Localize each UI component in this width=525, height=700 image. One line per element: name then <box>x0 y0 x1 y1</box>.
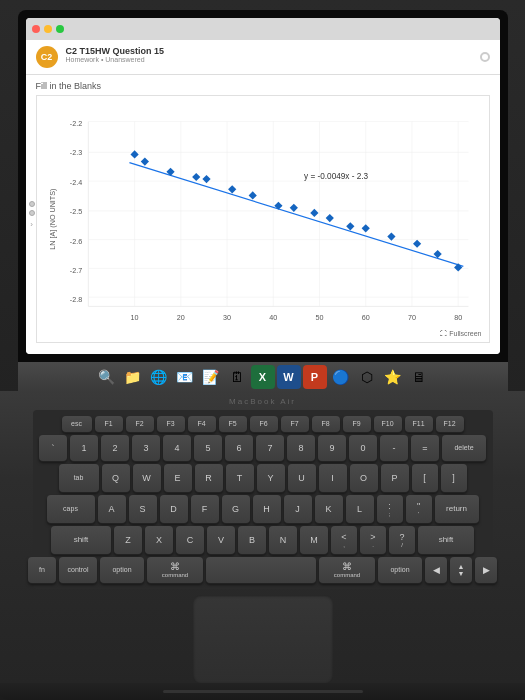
key-f7[interactable]: F7 <box>281 416 309 432</box>
key-g[interactable]: G <box>222 495 250 523</box>
fullscreen-button[interactable]: ⛶ Fullscreen <box>437 329 484 338</box>
dock-icon-finder[interactable]: 🔍 <box>95 365 119 389</box>
key-period[interactable]: >. <box>360 526 386 554</box>
key-m[interactable]: M <box>300 526 328 554</box>
key-p[interactable]: P <box>381 464 409 492</box>
key-h[interactable]: H <box>253 495 281 523</box>
key-3[interactable]: 3 <box>132 435 160 461</box>
dock-icon-chrome[interactable]: 🔵 <box>329 365 353 389</box>
key-semicolon[interactable]: :; <box>377 495 403 523</box>
key-f4[interactable]: F4 <box>188 416 216 432</box>
key-n[interactable]: N <box>269 526 297 554</box>
key-2[interactable]: 2 <box>101 435 129 461</box>
key-7[interactable]: 7 <box>256 435 284 461</box>
number-key-row: ` 1 2 3 4 5 6 7 8 9 0 - = delete <box>39 435 487 461</box>
key-right-arrow[interactable]: ▶ <box>475 557 497 583</box>
key-y[interactable]: Y <box>257 464 285 492</box>
key-5[interactable]: 5 <box>194 435 222 461</box>
key-s[interactable]: S <box>129 495 157 523</box>
main-content: › Fill in the Blanks LN [A] (NO UNITS) <box>26 75 500 354</box>
key-q[interactable]: Q <box>102 464 130 492</box>
key-f5[interactable]: F5 <box>219 416 247 432</box>
key-return[interactable]: return <box>435 495 479 523</box>
minimize-button-dot[interactable] <box>44 25 52 33</box>
dock-icon-powerpoint[interactable]: P <box>303 365 327 389</box>
key-u[interactable]: U <box>288 464 316 492</box>
key-f11[interactable]: F11 <box>405 416 433 432</box>
key-0[interactable]: 0 <box>349 435 377 461</box>
key-8[interactable]: 8 <box>287 435 315 461</box>
key-t[interactable]: T <box>226 464 254 492</box>
key-delete[interactable]: delete <box>442 435 486 461</box>
key-control[interactable]: control <box>59 557 97 583</box>
dock-icon-safari[interactable]: 🌐 <box>147 365 171 389</box>
key-4[interactable]: 4 <box>163 435 191 461</box>
key-f10[interactable]: F10 <box>374 416 402 432</box>
svg-text:60: 60 <box>361 313 369 322</box>
dock-icon-star[interactable]: ⭐ <box>381 365 405 389</box>
key-quote[interactable]: "' <box>406 495 432 523</box>
key-1[interactable]: 1 <box>70 435 98 461</box>
key-comma[interactable]: <, <box>331 526 357 554</box>
key-left-command[interactable]: ⌘ command <box>147 557 203 583</box>
key-v[interactable]: V <box>207 526 235 554</box>
key-w[interactable]: W <box>133 464 161 492</box>
key-left-shift[interactable]: shift <box>51 526 111 554</box>
dock-icon-sketch[interactable]: ⬡ <box>355 365 379 389</box>
key-minus[interactable]: - <box>380 435 408 461</box>
trackpad[interactable] <box>193 595 333 683</box>
key-b[interactable]: B <box>238 526 266 554</box>
key-right-command[interactable]: ⌘ command <box>319 557 375 583</box>
key-j[interactable]: J <box>284 495 312 523</box>
key-tab[interactable]: tab <box>59 464 99 492</box>
dock-icon-calendar[interactable]: 🗓 <box>225 365 249 389</box>
key-esc[interactable]: esc <box>62 416 92 432</box>
key-l[interactable]: L <box>346 495 374 523</box>
key-up-down-arrow[interactable]: ▲ ▼ <box>450 557 472 583</box>
key-e[interactable]: E <box>164 464 192 492</box>
key-f6[interactable]: F6 <box>250 416 278 432</box>
key-z[interactable]: Z <box>114 526 142 554</box>
dock-icon-word[interactable]: W <box>277 365 301 389</box>
key-f[interactable]: F <box>191 495 219 523</box>
key-a[interactable]: A <box>98 495 126 523</box>
key-f2[interactable]: F2 <box>126 416 154 432</box>
key-i[interactable]: I <box>319 464 347 492</box>
key-left-arrow[interactable]: ◀ <box>425 557 447 583</box>
key-d[interactable]: D <box>160 495 188 523</box>
key-equals[interactable]: = <box>411 435 439 461</box>
chevron-right-icon[interactable]: › <box>29 219 35 229</box>
bottom-key-row: fn control option ⌘ command ⌘ command op… <box>39 557 487 583</box>
key-right-shift[interactable]: shift <box>418 526 474 554</box>
key-caps[interactable]: caps <box>47 495 95 523</box>
key-o[interactable]: O <box>350 464 378 492</box>
key-fn[interactable]: fn <box>28 557 56 583</box>
key-slash[interactable]: ?/ <box>389 526 415 554</box>
key-k[interactable]: K <box>315 495 343 523</box>
maximize-button-dot[interactable] <box>56 25 64 33</box>
key-f12[interactable]: F12 <box>436 416 464 432</box>
dock-icon-files[interactable]: 📁 <box>121 365 145 389</box>
keyboard[interactable]: esc F1 F2 F3 F4 F5 F6 F7 F8 F9 F10 F11 F… <box>33 410 493 589</box>
key-f1[interactable]: F1 <box>95 416 123 432</box>
key-x[interactable]: X <box>145 526 173 554</box>
dock-icon-excel[interactable]: X <box>251 365 275 389</box>
dock-icon-mail[interactable]: 📧 <box>173 365 197 389</box>
key-left-bracket[interactable]: [ <box>412 464 438 492</box>
key-space[interactable] <box>206 557 316 583</box>
key-c[interactable]: C <box>176 526 204 554</box>
key-f9[interactable]: F9 <box>343 416 371 432</box>
key-right-option[interactable]: option <box>378 557 422 583</box>
key-r[interactable]: R <box>195 464 223 492</box>
key-backtick[interactable]: ` <box>39 435 67 461</box>
key-f3[interactable]: F3 <box>157 416 185 432</box>
key-right-bracket[interactable]: ] <box>441 464 467 492</box>
dock-icon-system[interactable]: 🖥 <box>407 365 431 389</box>
key-left-option[interactable]: option <box>100 557 144 583</box>
svg-text:-2.5: -2.5 <box>69 207 81 216</box>
dock-icon-notes[interactable]: 📝 <box>199 365 223 389</box>
close-button-dot[interactable] <box>32 25 40 33</box>
key-9[interactable]: 9 <box>318 435 346 461</box>
key-f8[interactable]: F8 <box>312 416 340 432</box>
key-6[interactable]: 6 <box>225 435 253 461</box>
